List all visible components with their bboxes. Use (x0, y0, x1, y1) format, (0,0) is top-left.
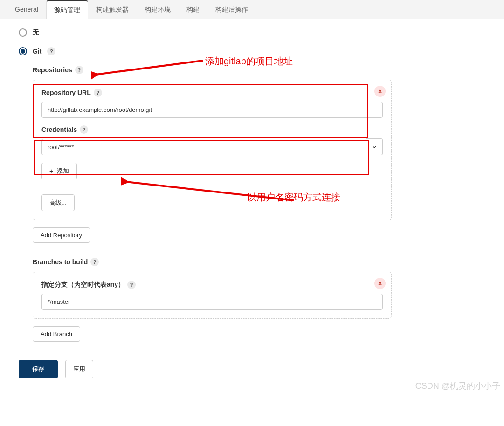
radio-scm-git[interactable] (19, 47, 27, 55)
chevron-down-icon (372, 144, 377, 150)
add-repository-button[interactable]: Add Repository (33, 227, 90, 243)
apply-button[interactable]: 应用 (65, 360, 93, 378)
branches-label: Branches to build (33, 258, 88, 266)
repo-url-input[interactable] (41, 102, 383, 118)
tab-general[interactable]: General (7, 0, 46, 19)
help-credentials-icon[interactable]: ? (80, 125, 88, 134)
branch-spec-label: 指定分支（为空时代表any） (41, 281, 124, 289)
tab-post[interactable]: 构建后操作 (207, 0, 256, 19)
help-git-icon[interactable]: ? (47, 47, 55, 55)
branch-spec-input[interactable] (41, 294, 383, 310)
credentials-label: Credentials (41, 126, 77, 133)
add-branch-button[interactable]: Add Branch (33, 326, 80, 342)
add-credential-button[interactable]: 添加 (41, 163, 77, 179)
repositories-label: Repositories (33, 66, 72, 74)
tab-scm[interactable]: 源码管理 (46, 0, 88, 19)
save-button[interactable]: 保存 (19, 360, 58, 378)
radio-scm-none[interactable] (19, 28, 27, 37)
radio-none-label: 无 (33, 28, 39, 37)
repository-entry: × Repository URL ? Credentials ? root/**… (33, 80, 392, 220)
help-repositories-icon[interactable]: ? (75, 66, 83, 74)
config-tabs: General 源码管理 构建触发器 构建环境 构建 构建后操作 (0, 0, 504, 19)
watermark: CSDN @机灵的小小子 (415, 380, 500, 392)
remove-repository-button[interactable]: × (374, 86, 386, 97)
help-repo-url-icon[interactable]: ? (94, 89, 102, 97)
branch-entry: × 指定分支（为空时代表any） ? (33, 272, 392, 319)
help-branch-spec-icon[interactable]: ? (127, 281, 136, 289)
repo-url-label: Repository URL (41, 89, 91, 96)
help-branches-icon[interactable]: ? (90, 258, 99, 266)
radio-git-label: Git (33, 48, 41, 55)
credentials-select[interactable]: root/****** (41, 139, 366, 155)
remove-branch-button[interactable]: × (374, 278, 386, 289)
tab-triggers[interactable]: 构建触发器 (88, 0, 137, 19)
tab-build[interactable]: 构建 (179, 0, 207, 19)
credentials-dropdown-toggle[interactable] (366, 138, 383, 155)
tab-env[interactable]: 构建环境 (137, 0, 179, 19)
advanced-button[interactable]: 高级... (41, 194, 75, 211)
